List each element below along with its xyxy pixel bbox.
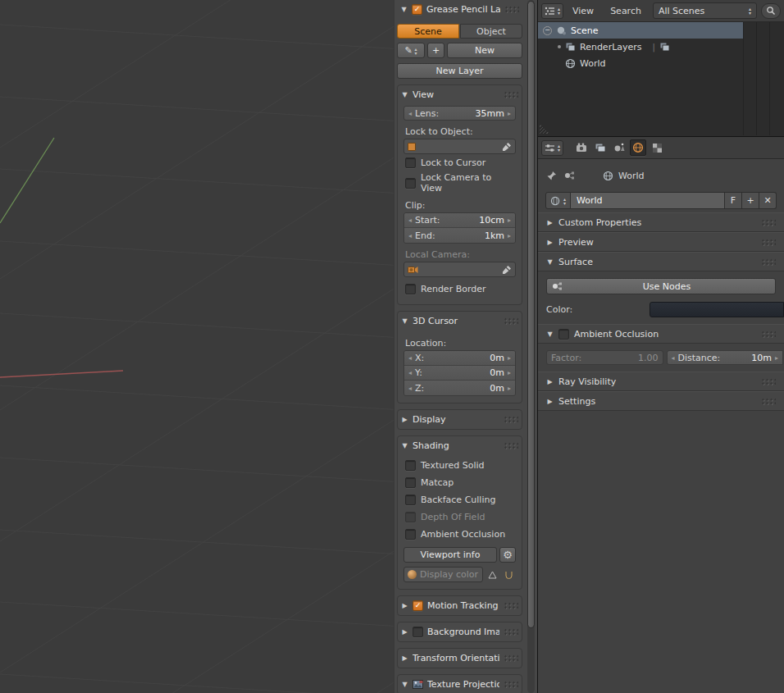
unlink-world-button[interactable]: ✕ (759, 192, 777, 209)
browse-world-button[interactable]: ▴ ▾ (545, 192, 571, 209)
lock-to-cursor-checkbox-row[interactable]: Lock to Cursor (403, 154, 516, 171)
decrement-arrow-icon[interactable]: ◂ (407, 369, 413, 376)
background-images-panel-header[interactable]: ▶ Background Images (398, 622, 522, 641)
collapse-expander-icon[interactable]: − (543, 26, 552, 35)
collapse-triangle-icon[interactable]: ▼ (401, 317, 408, 325)
motion-tracking-panel-header[interactable]: ▶ ✓ Motion Tracking (398, 596, 522, 615)
collapse-triangle-icon[interactable]: ▼ (400, 6, 408, 13)
panel-grip[interactable] (504, 416, 518, 423)
ambient-occlusion-checkbox-row[interactable]: Ambient Occlusion (403, 526, 516, 543)
checkbox-box[interactable] (405, 477, 416, 488)
decrement-arrow-icon[interactable]: ◂ (407, 354, 413, 362)
panel-grip[interactable] (504, 91, 518, 98)
expand-triangle-icon[interactable]: ▶ (546, 378, 554, 385)
collapse-triangle-icon[interactable]: ▼ (401, 442, 408, 449)
backface-culling-checkbox-row[interactable]: Backface Culling (403, 491, 516, 508)
increment-arrow-icon[interactable]: ▸ (506, 110, 513, 117)
decrement-arrow-icon[interactable]: ◂ (407, 385, 413, 392)
panel-grip[interactable] (504, 628, 518, 636)
panel-grip[interactable] (761, 239, 776, 246)
transform-orientations-panel-header[interactable]: ▶ Transform Orientations (398, 649, 522, 668)
collapse-triangle-icon[interactable]: ▼ (546, 258, 554, 266)
view-panel-header[interactable]: ▼ View (398, 85, 522, 104)
expand-triangle-icon[interactable]: ▶ (546, 398, 554, 405)
checkbox-box[interactable] (405, 460, 416, 471)
cursor-z-field[interactable]: ◂ Z: 0m ▸ (404, 381, 515, 395)
tab-world[interactable] (630, 139, 646, 156)
fake-user-button[interactable]: F (725, 192, 742, 209)
ao-distance-field[interactable]: ◂ Distance: 10m ▸ (667, 350, 784, 365)
collapse-triangle-icon[interactable]: ▼ (546, 331, 554, 338)
panel-grip[interactable] (761, 258, 776, 266)
expand-triangle-icon[interactable]: ▶ (546, 239, 554, 246)
world-color-swatch[interactable] (650, 302, 784, 317)
decrement-arrow-icon[interactable]: ◂ (670, 354, 677, 362)
eyedropper-icon[interactable] (502, 265, 512, 275)
checkbox-box[interactable] (405, 157, 416, 168)
panel-grip[interactable] (504, 681, 518, 688)
increment-arrow-icon[interactable]: ▸ (506, 369, 513, 376)
background-images-checkbox[interactable] (413, 627, 423, 637)
lens-field[interactable]: ◂ Lens: 35mm ▸ (403, 106, 516, 121)
use-nodes-button[interactable]: Use Nodes (546, 278, 776, 294)
settings-panel-header[interactable]: ▶ Settings (538, 391, 784, 411)
display-panel-header[interactable]: ▶ Display (398, 410, 522, 429)
tab-render-layers[interactable] (592, 139, 609, 156)
ray-visibility-panel-header[interactable]: ▶ Ray Visibility (538, 372, 784, 391)
ambient-occlusion-panel-header[interactable]: ▼ Ambient Occlusion (538, 324, 784, 344)
motion-tracking-checkbox[interactable]: ✓ (413, 600, 423, 611)
collapse-triangle-icon[interactable]: ▼ (401, 91, 408, 98)
grease-pencil-panel-header[interactable]: ▼ ✓ Grease Pencil Layers (397, 0, 522, 19)
expand-triangle-icon[interactable]: ▶ (401, 602, 408, 609)
breadcrumb[interactable]: World (603, 171, 645, 181)
outliner-row-world[interactable]: World (538, 55, 743, 71)
grease-pencil-datablock-button[interactable]: ✎ ▴ ▾ (397, 43, 425, 58)
panel-grip[interactable] (504, 602, 518, 609)
expand-triangle-icon[interactable]: ▶ (546, 219, 554, 226)
decrement-arrow-icon[interactable]: ◂ (407, 232, 413, 239)
ambient-occlusion-checkbox[interactable] (558, 329, 569, 340)
decrement-arrow-icon[interactable]: ◂ (407, 110, 413, 117)
collapse-triangle-icon[interactable]: ▼ (401, 681, 408, 688)
expand-triangle-icon[interactable]: ▶ (401, 416, 408, 423)
decrement-arrow-icon[interactable]: ◂ (407, 217, 413, 224)
new-grease-pencil-button[interactable]: New (447, 43, 522, 58)
cursor-y-field[interactable]: ◂ Y: 0m ▸ (404, 366, 515, 381)
display-color-menu[interactable]: Display color (403, 567, 483, 582)
panel-grip[interactable] (761, 331, 776, 338)
npanel-scrollbar[interactable] (527, 0, 535, 693)
triangle-option-button[interactable] (485, 567, 499, 582)
tab-object[interactable]: Object (460, 24, 522, 39)
increment-arrow-icon[interactable]: ▸ (506, 217, 513, 224)
new-world-button[interactable]: + (742, 192, 759, 209)
panel-grip[interactable] (761, 378, 776, 385)
editor-type-button[interactable]: ▴ ▾ (541, 3, 563, 19)
add-grease-pencil-button[interactable]: + (427, 43, 444, 58)
editor-type-button[interactable]: ▴ ▾ (541, 140, 563, 156)
clip-end-field[interactable]: ◂ End: 1km ▸ (404, 228, 515, 243)
outliner-row-scene[interactable]: − Scene (538, 22, 743, 39)
cursor-x-field[interactable]: ◂ X: 0m ▸ (404, 351, 515, 366)
render-border-checkbox-row[interactable]: Render Border (403, 280, 516, 298)
grease-pencil-checkbox[interactable]: ✓ (412, 4, 422, 15)
lock-object-field[interactable] (403, 139, 516, 154)
matcap-checkbox-row[interactable]: Matcap (403, 474, 516, 491)
outliner-row-renderlayers[interactable]: RenderLayers | (538, 39, 743, 55)
checkbox-box[interactable] (405, 284, 416, 294)
ao-factor-field[interactable]: Factor: 1.00 (546, 350, 663, 365)
tab-texture[interactable] (649, 139, 665, 156)
cursor3d-panel-header[interactable]: ▼ 3D Cursor (398, 312, 522, 331)
menu-view[interactable]: View (565, 6, 601, 16)
new-layer-button[interactable]: New Layer (397, 63, 522, 79)
checkbox-box[interactable] (405, 495, 416, 505)
menu-search[interactable]: Search (603, 6, 649, 16)
tab-scene[interactable]: Scene (397, 24, 459, 39)
local-camera-field[interactable] (403, 262, 516, 277)
increment-arrow-icon[interactable]: ▸ (506, 232, 513, 239)
panel-grip[interactable] (504, 6, 519, 13)
expand-triangle-icon[interactable]: ▶ (401, 628, 408, 636)
panel-grip[interactable] (504, 442, 518, 449)
panel-grip[interactable] (761, 219, 776, 226)
expand-triangle-icon[interactable]: ▶ (401, 654, 408, 662)
eyedropper-icon[interactable] (502, 142, 512, 152)
